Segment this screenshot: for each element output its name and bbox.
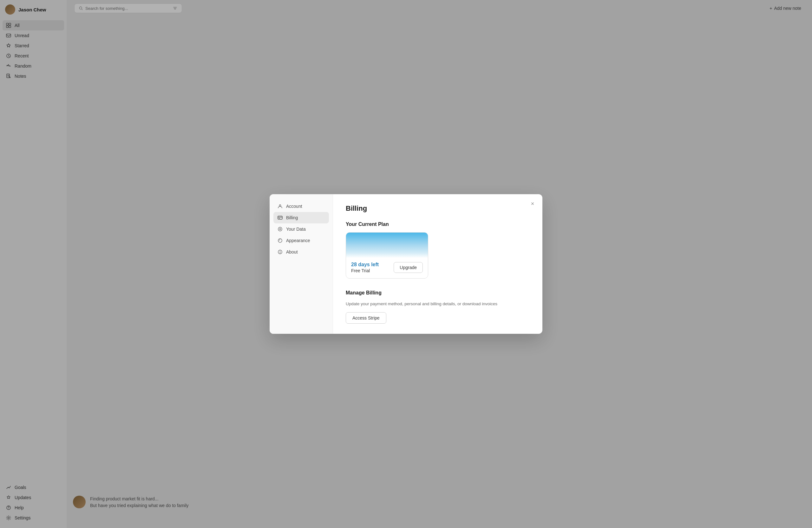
plan-info: 28 days left Free Trial (351, 262, 379, 264)
your-data-icon (277, 226, 283, 232)
modal-nav-appearance[interactable]: Appearance (273, 235, 329, 246)
modal-nav-account[interactable]: Account (273, 201, 329, 212)
modal-nav-about[interactable]: About (273, 246, 329, 258)
plan-card-header (346, 232, 406, 258)
modal-sidebar: Account Billing (270, 194, 333, 264)
svg-point-11 (279, 205, 281, 206)
about-icon (277, 249, 283, 255)
modal-nav-your-data-label: Your Data (286, 227, 306, 232)
modal-nav-billing-label: Billing (286, 215, 298, 220)
billing-modal: Account Billing (270, 194, 406, 264)
plan-section-title: Your Current Plan (346, 222, 406, 227)
modal-overlay[interactable]: Account Billing (0, 0, 406, 264)
svg-point-14 (279, 228, 281, 230)
svg-point-13 (278, 227, 282, 231)
modal-nav-appearance-label: Appearance (286, 238, 310, 243)
modal-nav-your-data[interactable]: Your Data (273, 223, 329, 235)
svg-rect-12 (278, 216, 282, 219)
modal-nav-billing[interactable]: Billing (273, 212, 329, 223)
upgrade-button[interactable]: Upgrade (394, 262, 406, 264)
plan-card: 28 days left Free Trial Upgrade (346, 232, 406, 264)
account-icon (277, 203, 283, 209)
plan-card-body: 28 days left Free Trial Upgrade (346, 258, 406, 264)
days-left: 28 days left (351, 262, 379, 264)
modal-title: Billing (346, 204, 406, 213)
appearance-icon (277, 238, 283, 243)
modal-main: Billing Your Current Plan 28 days left F… (333, 194, 406, 264)
svg-point-15 (278, 239, 282, 242)
billing-icon (277, 215, 283, 220)
modal-nav-about-label: About (286, 249, 298, 255)
modal-nav-account-label: Account (286, 204, 302, 209)
